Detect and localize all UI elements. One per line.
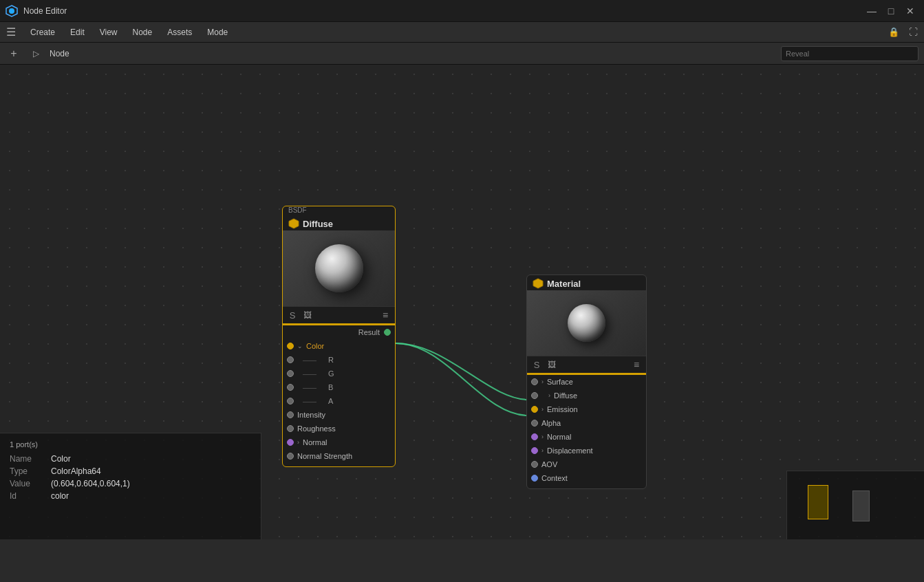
surface-port-dot[interactable] xyxy=(531,378,538,385)
port-count: 1 port(s) xyxy=(10,440,251,449)
menu-node[interactable]: Node xyxy=(126,25,160,40)
color-label: Color xyxy=(306,342,391,350)
maximize-button[interactable]: □ xyxy=(883,3,899,19)
info-row-type: Type ColorAlpha64 xyxy=(10,465,130,477)
emission-label: Emission xyxy=(547,405,642,413)
aov-label: AOV xyxy=(541,460,642,468)
reveal-search-input[interactable] xyxy=(781,46,918,61)
mat-port-displacement: › Displacement xyxy=(527,444,646,457)
mat-port-context: Context xyxy=(527,471,646,485)
menu-create[interactable]: Create xyxy=(23,25,62,40)
svg-marker-3 xyxy=(533,279,543,288)
info-val-value: (0.604,0.604,0.604,1) xyxy=(51,477,130,490)
roughness-label: Roughness xyxy=(297,424,391,433)
material-menu-icon[interactable]: ≡ xyxy=(630,358,643,371)
port-r: —— R xyxy=(283,353,395,367)
intensity-label: Intensity xyxy=(297,411,391,419)
surface-chevron: › xyxy=(541,378,544,385)
minimize-button[interactable]: — xyxy=(863,3,880,19)
normal-strength-port-dot[interactable] xyxy=(287,453,294,460)
mat-port-diffuse: › Diffuse xyxy=(527,389,646,402)
fullscreen-icon[interactable]: ⛶ xyxy=(905,24,921,41)
context-label: Context xyxy=(541,474,642,482)
mini-map[interactable] xyxy=(786,471,924,539)
b-label: B xyxy=(328,383,391,391)
mini-map-node2 xyxy=(852,491,870,521)
result-label: Result xyxy=(358,328,380,336)
a-label: A xyxy=(328,397,391,405)
hamburger-menu-icon[interactable]: ☰ xyxy=(3,24,19,41)
menu-right-icons: 🔒 ⛶ xyxy=(885,24,921,41)
mini-map-node1 xyxy=(808,485,828,519)
r-label: R xyxy=(328,356,391,364)
diffuse-menu-icon[interactable]: ≡ xyxy=(379,309,391,321)
menu-edit[interactable]: Edit xyxy=(63,25,92,40)
menu-mode[interactable]: Mode xyxy=(200,25,235,40)
info-row-name: Name Color xyxy=(10,453,130,465)
bottom-panel: 1 port(s) Name Color Type ColorAlpha64 V… xyxy=(0,433,261,539)
b-port-dot[interactable] xyxy=(287,384,294,391)
mat-diffuse-port-dot[interactable] xyxy=(531,392,538,399)
menu-assets[interactable]: Assets xyxy=(160,25,199,40)
result-port[interactable] xyxy=(384,329,391,336)
material-shader-icon[interactable]: S xyxy=(530,358,543,371)
canvas-area[interactable]: BSDF Diffuse S 🖼 ≡ Result ⌄ Colo xyxy=(0,65,924,539)
info-val-name: Color xyxy=(51,453,130,465)
svg-marker-2 xyxy=(289,219,299,228)
title-bar: Node Editor — □ ✕ xyxy=(0,0,924,22)
info-val-type: ColorAlpha64 xyxy=(51,465,130,477)
material-image-icon[interactable]: 🖼 xyxy=(546,358,558,371)
a-port-dot[interactable] xyxy=(287,398,294,405)
surface-label: Surface xyxy=(547,378,642,386)
color-port-dot[interactable] xyxy=(287,343,294,349)
diffuse-image-icon[interactable]: 🖼 xyxy=(301,309,314,321)
port-color: ⌄ Color xyxy=(283,339,395,353)
aov-port-dot[interactable] xyxy=(531,461,538,468)
color-chevron: ⌄ xyxy=(297,343,303,349)
info-key-name: Name xyxy=(10,453,51,465)
diffuse-sphere xyxy=(315,244,363,292)
displacement-port-dot[interactable] xyxy=(531,447,538,454)
r-port-dot[interactable] xyxy=(287,356,294,363)
emission-port-dot[interactable] xyxy=(531,406,538,413)
node-diffuse-preview-toolbar: S 🖼 ≡ xyxy=(283,306,395,323)
g-port-dot[interactable] xyxy=(287,370,294,377)
node-toolbar-label: Node xyxy=(50,49,69,58)
node-material[interactable]: Material S 🖼 ≡ › Surface › Diffuse › xyxy=(526,274,647,489)
context-port-dot[interactable] xyxy=(531,475,538,482)
mat-port-alpha: Alpha xyxy=(527,416,646,430)
lock-icon[interactable]: 🔒 xyxy=(885,24,902,41)
node-material-preview xyxy=(527,290,646,356)
info-val-id: color xyxy=(51,490,130,502)
normal-chevron: › xyxy=(297,439,299,446)
node-diffuse-preview xyxy=(283,230,395,306)
add-node-button[interactable]: + xyxy=(6,45,22,62)
close-button[interactable]: ✕ xyxy=(902,3,918,19)
info-row-id: Id color xyxy=(10,490,130,502)
diffuse-node-icon xyxy=(288,218,299,229)
node-diffuse-title: Diffuse xyxy=(303,219,333,229)
app-icon xyxy=(6,5,18,17)
port-normal-strength: Normal Strength xyxy=(283,449,395,463)
window-controls: — □ ✕ xyxy=(863,3,918,19)
displacement-label: Displacement xyxy=(547,446,642,455)
g-label: G xyxy=(328,369,391,378)
normal-port-dot[interactable] xyxy=(287,439,294,446)
mat-normal-port-dot[interactable] xyxy=(531,433,538,440)
mat-port-surface: › Surface xyxy=(527,375,646,389)
node-diffuse[interactable]: BSDF Diffuse S 🖼 ≡ Result ⌄ Colo xyxy=(282,206,396,467)
alpha-port-dot[interactable] xyxy=(531,420,538,427)
material-node-icon xyxy=(533,278,544,289)
diffuse-shader-icon[interactable]: S xyxy=(286,309,299,321)
info-key-value: Value xyxy=(10,477,51,490)
node-material-title: Material xyxy=(547,279,581,289)
result-row: Result xyxy=(283,325,395,339)
svg-point-1 xyxy=(9,8,14,14)
menu-view[interactable]: View xyxy=(93,25,125,40)
toolbar: + ▷ Node xyxy=(0,43,924,65)
material-sphere xyxy=(568,304,605,342)
port-a: —— A xyxy=(283,394,395,408)
intensity-port-dot[interactable] xyxy=(287,411,294,418)
node-shape-icon: ▷ xyxy=(28,45,44,62)
roughness-port-dot[interactable] xyxy=(287,425,294,432)
